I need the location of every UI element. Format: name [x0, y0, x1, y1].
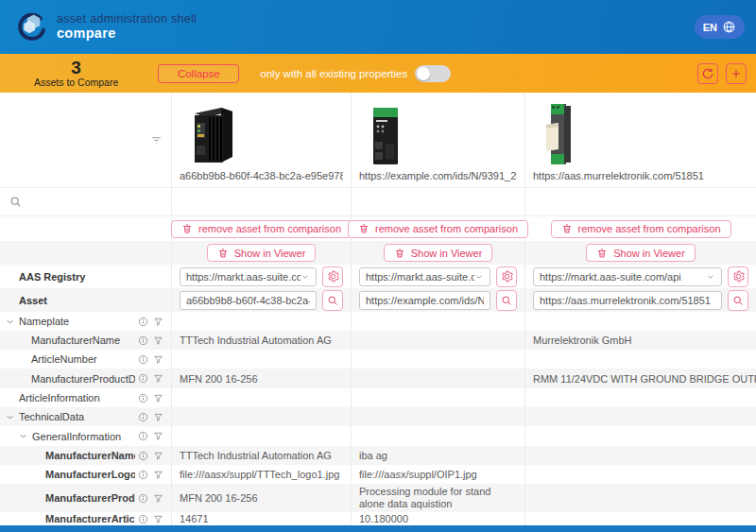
gear-icon: [327, 270, 339, 283]
remove-asset-button-1[interactable]: remove asset from comparison: [171, 220, 352, 238]
app-header: asset administration shell compare EN: [0, 0, 756, 54]
show-in-viewer-button-3[interactable]: Show in Viewer: [586, 244, 696, 262]
funnel-filter-icon: [153, 493, 163, 504]
info-icon: [138, 470, 148, 480]
info-button[interactable]: [135, 430, 150, 443]
search-icon: [501, 295, 512, 306]
registry-settings-button-2[interactable]: [496, 266, 517, 287]
registry-select-value: https://markt.aas-suite.com/api: [366, 271, 474, 283]
registry-select-2[interactable]: https://markt.aas-suite.com/api: [359, 267, 490, 286]
info-button[interactable]: [135, 334, 150, 347]
funnel-filter-icon: [153, 354, 163, 365]
chevron-down-icon: [18, 431, 28, 441]
property-value: [525, 388, 756, 407]
property-value: TTTech Industrial Automation AG: [172, 331, 352, 350]
asset-search-button-2[interactable]: [496, 290, 517, 311]
asset-id-1: a66bb9b8-b60f-4c38-bc2a-e95e978898f8: [180, 170, 343, 181]
property-label: ManufacturerName: [31, 335, 120, 346]
app-logo-icon: [13, 9, 47, 45]
asset-id-2: https://example.com/ids/N/9391_2894_2750…: [359, 170, 517, 181]
show-in-viewer-row: Show in Viewer Show in Viewer Show in Vi…: [0, 241, 756, 265]
filter-button[interactable]: [150, 449, 165, 462]
trash-icon: [561, 223, 573, 234]
info-icon: [138, 354, 148, 365]
show-in-viewer-button-1[interactable]: Show in Viewer: [207, 244, 317, 262]
info-button[interactable]: [135, 410, 150, 423]
existing-properties-toggle[interactable]: [415, 65, 451, 82]
info-button[interactable]: [135, 372, 150, 386]
trash-icon: [181, 223, 193, 234]
info-button[interactable]: [135, 491, 150, 505]
info-button[interactable]: [135, 315, 150, 328]
filter-button[interactable]: [150, 352, 165, 366]
asset-input-row: Asset: [0, 288, 756, 312]
info-icon: [138, 514, 148, 524]
info-icon: [138, 451, 148, 461]
property-label: ManufacturerProductDesign...: [31, 373, 135, 385]
language-switch-button[interactable]: EN: [695, 15, 745, 39]
filter-button[interactable]: [150, 512, 165, 525]
aas-registry-label: AAS Registry: [0, 265, 172, 288]
show-in-viewer-label: Show in Viewer: [613, 248, 685, 259]
collapse-button[interactable]: Collapse: [158, 64, 239, 83]
property-value: [525, 465, 756, 484]
search-properties-button[interactable]: [8, 196, 23, 209]
aas-compare-app: asset administration shell compare EN 3 …: [0, 0, 756, 532]
property-value: [525, 484, 756, 512]
info-button[interactable]: [135, 352, 150, 366]
registry-settings-button-3[interactable]: [728, 266, 748, 287]
info-button[interactable]: [135, 468, 150, 481]
asset-image-3: [533, 98, 748, 166]
asset-search-button-3[interactable]: [728, 290, 748, 311]
remove-actions-row: remove asset from comparison remove asse…: [0, 216, 756, 241]
asset-count-number: 3: [34, 59, 118, 77]
column-filter-button[interactable]: [148, 133, 163, 146]
filter-button[interactable]: [150, 315, 165, 328]
show-in-viewer-button-2[interactable]: Show in Viewer: [384, 244, 493, 262]
filter-button[interactable]: [150, 491, 165, 505]
asset-id-input-1[interactable]: [180, 291, 317, 310]
property-row-technicaldata: TechnicalData: [0, 407, 756, 426]
registry-settings-button-1[interactable]: [322, 266, 343, 287]
filter-button[interactable]: [150, 468, 165, 481]
collapse-nameplate-button[interactable]: [3, 315, 16, 328]
globe-icon: [722, 20, 736, 34]
property-label: Nameplate: [19, 316, 69, 327]
asset-id-input-2[interactable]: [359, 291, 490, 310]
filter-button[interactable]: [150, 372, 165, 386]
info-button[interactable]: [135, 512, 150, 525]
filter-lines-icon: [150, 134, 163, 146]
property-value: 10.180000: [352, 512, 525, 525]
property-label: ArticleNumber: [31, 353, 97, 365]
filter-button[interactable]: [150, 430, 165, 443]
asset-image-1: [180, 98, 343, 166]
property-label: GeneralInformation: [32, 431, 121, 442]
property-row-td-manufacturerproductdesignation: ManufacturerProductDe... MFN 200 16-256 …: [0, 484, 756, 512]
filter-button[interactable]: [150, 334, 165, 347]
filter-button[interactable]: [150, 391, 165, 404]
property-value: file:///aasx/suppl/OIP1.jpg: [352, 465, 525, 484]
filter-button[interactable]: [150, 410, 165, 423]
refresh-button[interactable]: [697, 63, 718, 84]
property-value: [352, 350, 525, 369]
remove-asset-button-3[interactable]: remove asset from comparison: [551, 220, 731, 238]
property-value: 14671: [172, 512, 352, 525]
info-button[interactable]: [135, 449, 150, 462]
chevron-down-icon: [301, 272, 310, 282]
asset-id-input-3[interactable]: [533, 291, 722, 310]
property-value: MFN 200 16-256: [172, 369, 352, 388]
registry-select-1[interactable]: https://markt.aas-suite.com/api: [180, 267, 317, 286]
property-value: [172, 426, 352, 446]
trash-icon: [394, 248, 405, 259]
registry-select-3[interactable]: https://markt.aas-suite.com/api: [533, 267, 722, 286]
chevron-down-icon: [474, 272, 484, 282]
property-value: [525, 446, 756, 465]
property-row-manufacturerlogo: ManufacturerLogo file:///aasx/suppl/TTTe…: [0, 465, 756, 484]
collapse-generalinformation-button[interactable]: [16, 430, 29, 443]
add-asset-button[interactable]: [726, 63, 747, 84]
aas-registry-row: AAS Registry https://markt.aas-suite.com…: [0, 265, 756, 288]
info-button[interactable]: [135, 391, 150, 404]
asset-search-button-1[interactable]: [322, 290, 343, 311]
remove-asset-button-2[interactable]: remove asset from comparison: [348, 220, 528, 238]
collapse-technicaldata-button[interactable]: [3, 410, 16, 423]
